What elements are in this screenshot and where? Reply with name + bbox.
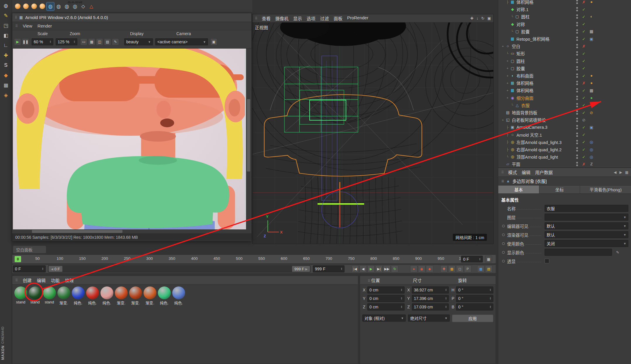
object-row-ArnoldCamera.3[interactable]: ├▣ArnoldCamera.3✓▣ xyxy=(498,123,631,131)
rotation-b-field[interactable]: 0 °▲▼ xyxy=(456,303,493,310)
material-menu-edit[interactable]: 编辑 xyxy=(37,277,46,283)
layer-button[interactable]: ▤ xyxy=(485,265,492,272)
material-sphere[interactable] xyxy=(144,286,156,299)
object-row-平面[interactable]: ▱平面✗Z xyxy=(498,160,631,167)
material-item-4[interactable]: 纯色. xyxy=(71,286,85,305)
visibility-dots[interactable] xyxy=(575,103,579,107)
material-item-2[interactable]: stand xyxy=(42,286,57,305)
object-tag-icon[interactable]: ✓ xyxy=(581,22,587,26)
material-sphere[interactable] xyxy=(29,286,42,299)
rotation-key-button[interactable]: ◻ xyxy=(456,265,463,272)
play-button[interactable]: ▶ xyxy=(367,265,375,272)
grid-icon[interactable]: ▦ xyxy=(88,38,95,45)
loop-button[interactable]: ↻ xyxy=(391,265,398,272)
goto-end-button[interactable]: ▶▶ xyxy=(383,265,390,272)
position-z-field[interactable]: 0 cm▲▼ xyxy=(367,303,405,310)
object-tag-icon[interactable]: ▩ xyxy=(589,88,594,93)
viewport-menu-0[interactable]: 查看 xyxy=(262,15,271,21)
dolly-view-icon[interactable]: ↕ xyxy=(476,16,478,20)
object-tag-icon[interactable]: ◎ xyxy=(589,154,594,159)
object-row-对称.1[interactable]: ◆对称.1✓ xyxy=(498,6,631,13)
visibility-dots[interactable] xyxy=(575,147,579,152)
viewport-menu-2[interactable]: 显示 xyxy=(293,15,302,21)
sphere-tool-2-icon[interactable] xyxy=(38,2,46,11)
material-menu-create[interactable]: 创建 xyxy=(23,277,32,283)
grid-sphere-2-icon[interactable]: ◍ xyxy=(63,2,71,11)
keyframe-ring-icon[interactable] xyxy=(502,225,505,227)
object-tag-icon[interactable]: ✓ xyxy=(581,88,587,93)
keyframe-selection-button[interactable]: ◆ xyxy=(426,265,433,272)
object-row-空白[interactable]: +○空白✗ xyxy=(498,42,631,50)
tab-basic[interactable]: 基本 xyxy=(498,186,539,193)
display-color-field[interactable] xyxy=(545,249,612,256)
visibility-dots[interactable] xyxy=(575,110,579,115)
ab-compare-icon[interactable]: ◫ xyxy=(96,38,103,45)
use-color-dropdown[interactable]: 关闭▼ xyxy=(545,240,628,247)
position-key-button[interactable]: ✚ xyxy=(440,265,448,272)
object-tag-icon[interactable]: ▩ xyxy=(589,29,594,34)
viewport-panel[interactable]: ⠿ 查看摄像机显示选项过滤面板ProRender ✚↕↻▣ 正视图 网格间距 :… xyxy=(252,14,494,244)
viewport-menu-6[interactable]: ProRender xyxy=(347,15,369,21)
camera-snapshot-button[interactable]: ▣ xyxy=(210,38,217,45)
render-horizontal-scrollbar[interactable] xyxy=(13,229,251,233)
end-frame-field[interactable]: 999 F▲▼ xyxy=(313,265,345,272)
visibility-dots[interactable] xyxy=(575,66,579,71)
material-sphere[interactable] xyxy=(43,286,56,299)
empty-panel-tab[interactable]: 空白面板 xyxy=(13,246,46,253)
checker-lock-icon[interactable]: ▩ xyxy=(1,81,11,90)
object-tag-icon[interactable]: ● xyxy=(589,81,594,85)
pen-tool-icon[interactable]: ✎ xyxy=(1,11,11,20)
object-tag-icon[interactable]: ✓ xyxy=(581,154,587,159)
object-tag-icon[interactable]: ✓ xyxy=(581,140,587,144)
object-tag-icon[interactable]: ⊘ xyxy=(581,118,587,122)
viewport-menu-4[interactable]: 过滤 xyxy=(320,15,329,21)
material-item-11[interactable]: 纯色. xyxy=(171,286,186,305)
material-sphere[interactable] xyxy=(57,286,70,299)
autokey-button[interactable]: ◉ xyxy=(418,265,425,272)
display-dropdown[interactable]: beauty▼ xyxy=(124,38,153,45)
arnold-titlebar[interactable]: ⠿ ▦ Arnold IPR Window v2.6.0 (Arnold 5.4… xyxy=(12,13,251,22)
frame-field[interactable]: 0 F▲▼ xyxy=(461,256,483,262)
object-tag-icon[interactable]: ✓ xyxy=(581,103,587,107)
size-mode-dropdown[interactable]: 绝对尺寸▼ xyxy=(408,315,449,322)
material-sphere[interactable] xyxy=(158,286,171,299)
material-item-1[interactable]: stand xyxy=(28,286,42,305)
visibility-dots[interactable] xyxy=(575,118,579,122)
material-item-0[interactable]: stand xyxy=(13,286,28,305)
material-sphere[interactable] xyxy=(115,286,128,299)
material-sphere[interactable] xyxy=(172,286,185,299)
material-item-3[interactable]: 渐变. xyxy=(57,286,71,305)
material-item-6[interactable]: 纯色. xyxy=(100,286,114,305)
object-tag-icon[interactable]: ✓ xyxy=(581,51,587,56)
visibility-dots[interactable] xyxy=(575,125,579,129)
object-tag-icon[interactable]: ● xyxy=(589,0,594,4)
viewport-menu-5[interactable]: 面板 xyxy=(334,15,342,21)
rotate-view-icon[interactable]: ↻ xyxy=(481,16,485,20)
grid-sphere-3-icon[interactable]: ◍ xyxy=(71,2,79,11)
timeline-options-button[interactable]: ▦ xyxy=(485,256,492,262)
object-row-细分曲面[interactable]: +◉细分曲面✓● xyxy=(498,94,631,102)
panel-grip-icon[interactable]: ⠿ xyxy=(15,278,18,282)
region-icon[interactable]: ▭ xyxy=(80,38,87,45)
range-end-handle[interactable]: 999 F▶ xyxy=(292,266,310,272)
visibility-dots[interactable] xyxy=(575,96,579,100)
material-item-8[interactable]: 渐变. xyxy=(128,286,143,305)
object-tag-icon[interactable]: ◎ xyxy=(589,147,594,152)
object-tag-icon[interactable]: ● xyxy=(589,73,594,78)
goto-start-button[interactable]: |◀ xyxy=(352,265,359,272)
object-row-胶囊[interactable]: └▢胶囊✓▩ xyxy=(498,28,631,35)
rotation-p-field[interactable]: 0 °▲▼ xyxy=(456,295,493,302)
modeling-cube-icon[interactable]: ◳ xyxy=(1,21,11,30)
object-row-布料曲面[interactable]: +◗布料曲面✓● xyxy=(498,72,631,79)
parameter-key-button[interactable]: P xyxy=(464,265,471,272)
object-row-右部Arnold quad_light.2[interactable]: ├◎右部Arnold quad_light.2✓◎ xyxy=(498,146,631,153)
ruler-tool-icon[interactable]: ∟ xyxy=(1,41,11,50)
visibility-dots[interactable] xyxy=(575,51,579,56)
material-sphere[interactable] xyxy=(72,286,85,299)
attr-menu-mode[interactable]: 模式 xyxy=(508,169,517,175)
object-row-白老板阿诺德预设[interactable]: +◱白老板阿诺德预设⊘ xyxy=(498,116,631,123)
panel-grip-icon[interactable]: ⠿ xyxy=(501,170,504,174)
visibility-dots[interactable] xyxy=(575,162,579,166)
material-sphere[interactable] xyxy=(14,286,27,299)
timeline-ruler[interactable]: 0 50100150200250300350400450500550600650… xyxy=(12,255,496,264)
